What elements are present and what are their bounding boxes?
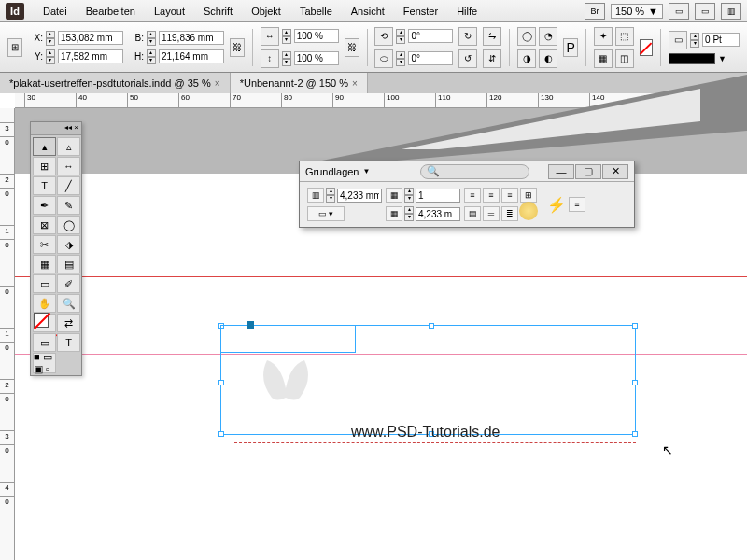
fill-stroke-toggle[interactable] (33, 314, 56, 332)
pathfinder-1[interactable]: ◯ (517, 27, 536, 46)
x-up[interactable]: ▴ (46, 31, 55, 38)
free-transform-tool[interactable]: ⬗ (57, 235, 80, 254)
menu-tabelle[interactable]: Tabelle (290, 6, 342, 17)
menu-layout[interactable]: Layout (145, 6, 194, 17)
shear-field[interactable] (408, 51, 453, 65)
align-3[interactable]: ≡ (501, 188, 518, 203)
gradient-swatch-tool[interactable]: ▦ (33, 255, 56, 273)
h-down[interactable]: ▾ (147, 57, 156, 64)
constrain-icon[interactable]: ⛓ (230, 38, 245, 57)
stroke-color-swatch[interactable] (669, 53, 715, 64)
rotate-cw-button[interactable]: ↻ (458, 27, 477, 46)
h-field[interactable] (159, 49, 224, 63)
gutter-field[interactable] (337, 189, 382, 203)
vertical-ruler[interactable]: 3 0 2 0 1 0 0 1 0 2 0 3 0 4 0 (0, 108, 15, 560)
pathfinder-3[interactable]: ◑ (517, 49, 536, 68)
stroke-weight-field[interactable] (702, 33, 740, 47)
panel-search[interactable]: 🔍 (420, 164, 529, 179)
y-up[interactable]: ▴ (46, 49, 55, 57)
menu-schrift[interactable]: Schrift (194, 6, 242, 17)
screen-mode-button[interactable]: ▭ (669, 3, 689, 20)
resize-handle[interactable] (632, 323, 638, 329)
effects-2[interactable]: ⬚ (615, 27, 634, 46)
column-gutter-field[interactable] (416, 207, 460, 221)
hand-tool[interactable]: ✋ (33, 294, 56, 313)
apply-gradient[interactable]: T (57, 333, 80, 352)
minimize-button[interactable]: — (548, 164, 574, 179)
effects-4[interactable]: ◫ (615, 49, 634, 68)
reference-point-icon[interactable]: ⊞ (7, 38, 22, 57)
resize-handle[interactable] (218, 431, 224, 437)
swap-fill-stroke[interactable]: ⇄ (57, 314, 80, 332)
menu-fenster[interactable]: Fenster (394, 6, 447, 17)
pathfinder-2[interactable]: ◔ (539, 27, 557, 46)
line-tool[interactable]: ╱ (57, 176, 80, 195)
constrain-scale-icon[interactable]: ⛓ (345, 38, 359, 57)
menu-hilfe[interactable]: Hilfe (447, 6, 486, 17)
pen-tool[interactable]: ✒ (33, 196, 56, 215)
dropdown-icon[interactable]: ▭ ▾ (307, 206, 345, 221)
zoom-tool[interactable]: 🔍 (57, 294, 80, 313)
w-up[interactable]: ▴ (147, 31, 156, 38)
w-field[interactable] (159, 31, 224, 45)
pencil-tool[interactable]: ✎ (57, 196, 80, 215)
effects-1[interactable]: ✦ (594, 27, 613, 46)
quick-apply-icon[interactable]: ⚡ (548, 197, 565, 212)
x-field[interactable] (58, 31, 123, 45)
panel-titlebar[interactable]: Grundlagen▼ 🔍 — ▢ ✕ (300, 161, 634, 182)
toolbox-header[interactable]: ◂◂× (31, 122, 81, 135)
menu-ansicht[interactable]: Ansicht (342, 6, 394, 17)
rotate-ccw-button[interactable]: ↺ (458, 49, 477, 68)
h-up[interactable]: ▴ (147, 49, 156, 57)
gradient-feather-tool[interactable]: ▤ (57, 255, 80, 273)
maximize-button[interactable]: ▢ (575, 164, 601, 179)
resize-handle[interactable] (218, 380, 224, 385)
ellipse-tool[interactable]: ◯ (57, 216, 80, 234)
zoom-level-select[interactable]: 150 % ▼ (611, 4, 663, 19)
gap-tool[interactable]: ↔ (57, 157, 80, 175)
resize-handle[interactable] (632, 380, 638, 385)
tab-plakat[interactable]: *plakat-usertreffen-psdtutorials.indd @ … (0, 73, 231, 93)
panel-menu-icon[interactable]: ≡ (569, 197, 585, 212)
scale-y-field[interactable] (294, 51, 339, 65)
grundlagen-panel[interactable]: Grundlagen▼ 🔍 — ▢ ✕ ▥▴▾ ▭ ▾ ▦▴▾ ▦▴▾ ≡≡≡⊞… (299, 161, 635, 228)
apply-color[interactable]: ▭ (33, 333, 56, 352)
column-count-field[interactable] (416, 189, 460, 203)
align-6[interactable]: ═ (483, 206, 500, 221)
type-tool[interactable]: T (33, 176, 56, 195)
chevron-down-icon[interactable]: ▼ (363, 167, 371, 175)
menu-objekt[interactable]: Objekt (242, 6, 290, 17)
align-5[interactable]: ▤ (464, 206, 481, 221)
y-down[interactable]: ▾ (46, 57, 55, 64)
note-tool[interactable]: ▭ (33, 274, 56, 293)
fill-none-swatch[interactable] (640, 39, 653, 56)
scissors-tool[interactable]: ✂ (33, 235, 56, 254)
eyedropper-tool[interactable]: ✐ (57, 274, 80, 293)
resize-handle[interactable] (632, 431, 638, 437)
red-guide[interactable] (15, 276, 747, 277)
align-2[interactable]: ≡ (483, 188, 500, 203)
menu-bearbeiten[interactable]: Bearbeiten (77, 6, 145, 17)
flip-v-button[interactable]: ⇵ (483, 49, 501, 68)
direct-selection-tool[interactable]: ▵ (57, 137, 80, 156)
align-7[interactable]: ≣ (501, 206, 518, 221)
rotate-field[interactable] (408, 29, 453, 43)
flip-h-button[interactable]: ⇋ (483, 27, 501, 46)
y-field[interactable] (58, 49, 123, 63)
selection-tool[interactable]: ▴ (33, 137, 56, 156)
toolbox-panel[interactable]: ◂◂× ▴ ▵ ⊞ ↔ T ╱ ✒ ✎ ⊠ ◯ ✂ ⬗ ▦ ▤ ▭ ✐ ✋ 🔍 … (30, 121, 82, 376)
menu-datei[interactable]: Datei (34, 6, 77, 17)
x-down[interactable]: ▾ (46, 38, 55, 46)
p-icon[interactable]: P (563, 38, 578, 57)
close-icon[interactable]: × (215, 78, 220, 89)
close-button[interactable]: ✕ (602, 164, 628, 179)
resize-handle[interactable] (429, 323, 434, 329)
w-down[interactable]: ▾ (147, 38, 156, 46)
align-1[interactable]: ≡ (464, 188, 481, 203)
anchor-point[interactable] (247, 321, 254, 329)
align-4[interactable]: ⊞ (520, 188, 537, 203)
rectangle-frame-tool[interactable]: ⊠ (33, 216, 56, 234)
arrange-button[interactable]: ▭ (695, 3, 715, 20)
page-tool[interactable]: ⊞ (33, 157, 56, 175)
scale-x-field[interactable] (294, 29, 339, 43)
